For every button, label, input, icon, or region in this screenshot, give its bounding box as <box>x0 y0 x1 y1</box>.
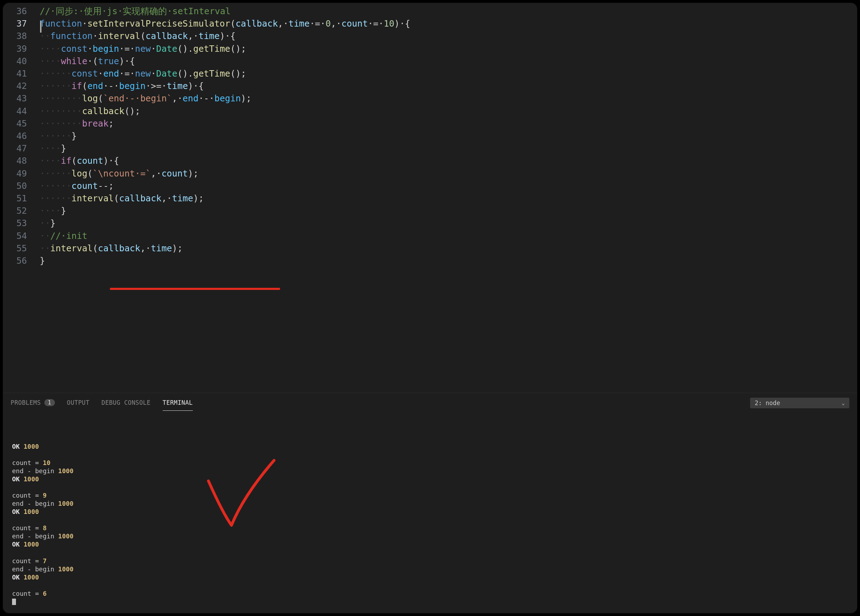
terminal-line: end - begin 1000 <box>12 532 848 540</box>
line-content: ······} <box>40 130 77 142</box>
line-content: ··function·interval(callback,·time)·{ <box>40 30 235 42</box>
line-content: ····} <box>40 204 66 217</box>
code-line[interactable]: 40····while·(true)·{ <box>3 55 857 67</box>
line-number: 44 <box>3 105 40 117</box>
line-content: ··} <box>40 217 56 229</box>
terminal-line: OK 1000 <box>12 573 848 581</box>
line-number: 37 <box>3 17 40 30</box>
line-content: ······if(end·-·begin·>=·time)·{ <box>40 80 204 92</box>
line-number: 36 <box>3 5 40 17</box>
line-number: 43 <box>3 92 40 105</box>
tab-problems-label: PROBLEMS <box>11 399 41 406</box>
code-line[interactable]: 43········log(`end·-·begin`,·end·-·begin… <box>3 92 857 105</box>
code-line[interactable]: 49······log(`\ncount·=`,·count); <box>3 167 857 180</box>
terminal-line <box>12 549 848 557</box>
tab-terminal-label: TERMINAL <box>163 399 193 406</box>
terminal-line: OK 1000 <box>12 508 848 516</box>
line-content: } <box>40 254 45 267</box>
line-content: ········log(`end·-·begin`,·end·-·begin); <box>40 92 251 105</box>
panel-tabs: PROBLEMS 1 OUTPUT DEBUG CONSOLE TERMINAL… <box>3 393 857 413</box>
tab-problems[interactable]: PROBLEMS 1 <box>11 395 55 411</box>
line-content: ······const·end·=·new·Date().getTime(); <box>40 67 246 80</box>
line-number: 52 <box>3 204 40 217</box>
terminal-line: end - begin 1000 <box>12 499 848 508</box>
line-number: 38 <box>3 30 40 42</box>
code-line[interactable]: 52····} <box>3 204 857 217</box>
code-line[interactable]: 55··interval(callback,·time); <box>3 242 857 254</box>
tab-output[interactable]: OUTPUT <box>67 395 90 411</box>
code-line[interactable]: 47····} <box>3 142 857 155</box>
code-editor[interactable]: 36//·同步:·使用·js·实现精确的·setInterval37functi… <box>3 3 857 393</box>
terminal-cursor <box>12 599 16 605</box>
line-number: 41 <box>3 67 40 80</box>
code-line[interactable]: 42······if(end·-·begin·>=·time)·{ <box>3 80 857 92</box>
line-content: ····} <box>40 142 66 155</box>
terminal-line: OK 1000 <box>12 475 848 483</box>
terminal-line <box>12 450 848 459</box>
terminal-line <box>12 483 848 491</box>
terminal-line: OK 1000 <box>12 442 848 450</box>
terminal-line <box>12 516 848 524</box>
code-line[interactable]: 56} <box>3 254 857 267</box>
annotation-underline <box>110 288 280 290</box>
line-number: 42 <box>3 80 40 92</box>
code-line[interactable]: 39····const·begin·=·new·Date().getTime()… <box>3 42 857 55</box>
line-number: 45 <box>3 117 40 130</box>
line-number: 48 <box>3 155 40 167</box>
line-content: function·setIntervalPreciseSimulator(cal… <box>40 17 410 30</box>
line-number: 47 <box>3 142 40 155</box>
problems-badge: 1 <box>44 399 55 406</box>
code-line[interactable]: 44········callback(); <box>3 105 857 117</box>
code-line[interactable]: 36//·同步:·使用·js·实现精确的·setInterval <box>3 5 857 17</box>
code-lines: 36//·同步:·使用·js·实现精确的·setInterval37functi… <box>3 5 857 267</box>
line-number: 39 <box>3 42 40 55</box>
tab-debug-label: DEBUG CONSOLE <box>101 399 150 406</box>
code-line[interactable]: 50······count--; <box>3 180 857 192</box>
line-number: 56 <box>3 254 40 267</box>
code-line[interactable]: 46······} <box>3 130 857 142</box>
code-line[interactable]: 53··} <box>3 217 857 229</box>
editor-window: 36//·同步:·使用·js·实现精确的·setInterval37functi… <box>3 3 857 613</box>
terminal-line: count = 9 <box>12 491 848 499</box>
code-line[interactable]: 51······interval(callback,·time); <box>3 192 857 204</box>
terminal-selector-value: 2: node <box>755 400 780 406</box>
line-number: 55 <box>3 242 40 254</box>
line-number: 50 <box>3 180 40 192</box>
terminal-line: count = 10 <box>12 459 848 467</box>
code-line[interactable]: 37function·setIntervalPreciseSimulator(c… <box>3 17 857 30</box>
line-number: 49 <box>3 167 40 180</box>
line-content: ··//·init <box>40 230 87 242</box>
line-content: ······log(`\ncount·=`,·count); <box>40 167 199 180</box>
tab-terminal[interactable]: TERMINAL <box>163 395 193 411</box>
code-line[interactable]: 48····if(count)·{ <box>3 155 857 167</box>
code-line[interactable]: 38··function·interval(callback,·time)·{ <box>3 30 857 42</box>
terminal-selector-dropdown[interactable]: 2: node ⌄ <box>750 398 849 408</box>
bottom-panel: PROBLEMS 1 OUTPUT DEBUG CONSOLE TERMINAL… <box>3 393 857 613</box>
terminal-line: OK 1000 <box>12 540 848 548</box>
terminal-line: count = 6 <box>12 589 848 597</box>
line-content: ····while·(true)·{ <box>40 55 135 67</box>
line-content: ········break; <box>40 117 114 130</box>
line-content: ······interval(callback,·time); <box>40 192 204 204</box>
terminal-line <box>12 581 848 589</box>
line-content: ····if(count)·{ <box>40 155 119 167</box>
line-content: //·同步:·使用·js·实现精确的·setInterval <box>40 5 231 17</box>
code-line[interactable]: 54··//·init <box>3 230 857 242</box>
line-number: 46 <box>3 130 40 142</box>
tab-output-label: OUTPUT <box>67 399 90 406</box>
code-line[interactable]: 45········break; <box>3 117 857 130</box>
line-number: 54 <box>3 230 40 242</box>
line-number: 51 <box>3 192 40 204</box>
line-content: ······count--; <box>40 180 114 192</box>
terminal-line: count = 8 <box>12 524 848 532</box>
chevron-down-icon: ⌄ <box>842 400 845 406</box>
terminal-cursor-line <box>12 597 848 606</box>
code-line[interactable]: 41······const·end·=·new·Date().getTime()… <box>3 67 857 80</box>
terminal-line: count = 7 <box>12 557 848 565</box>
tab-debug-console[interactable]: DEBUG CONSOLE <box>101 395 150 411</box>
line-number: 53 <box>3 217 40 229</box>
terminal-output[interactable]: OK 1000 count = 10end - begin 1000OK 100… <box>3 413 857 613</box>
line-content: ····const·begin·=·new·Date().getTime(); <box>40 42 246 55</box>
terminal-line: end - begin 1000 <box>12 565 848 573</box>
terminal-line: end - begin 1000 <box>12 467 848 475</box>
